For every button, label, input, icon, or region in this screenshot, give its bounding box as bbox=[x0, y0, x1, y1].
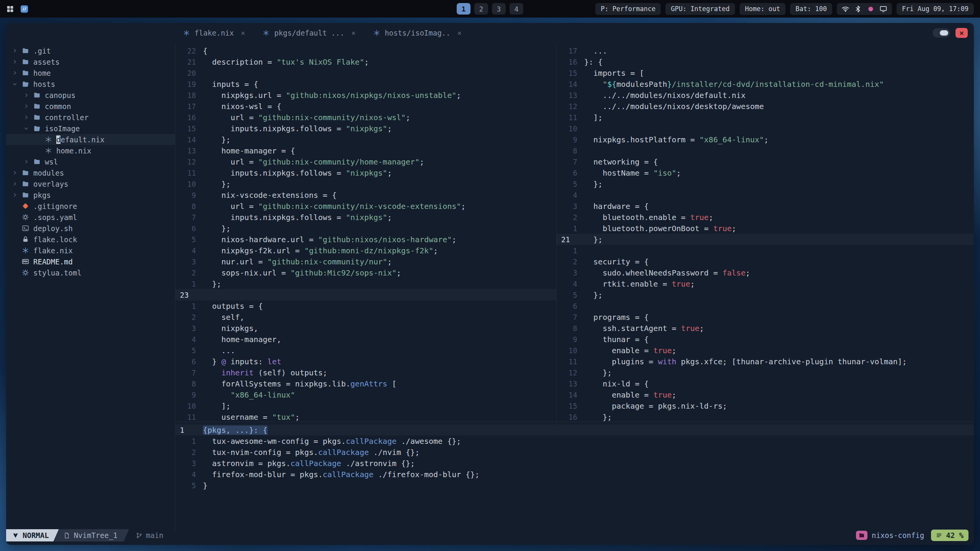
chevron-right-icon[interactable] bbox=[21, 112, 31, 123]
code-line[interactable]: 14 "${modulesPath}/installer/cd-dvd/inst… bbox=[557, 78, 974, 90]
code-line[interactable]: 15 imports = [ bbox=[557, 67, 974, 78]
code-line[interactable]: 13 ../../modules/nixos/default.nix bbox=[557, 90, 974, 101]
code-line[interactable]: 16 url = "github:nix-community/nixos-wsl… bbox=[175, 112, 557, 123]
code-line[interactable]: 7 networking = { bbox=[557, 156, 974, 167]
code-line[interactable]: 8 forAllSystems = nixpkgs.lib.genAttrs [ bbox=[175, 378, 557, 389]
chevron-right-icon[interactable] bbox=[9, 190, 20, 201]
code-line[interactable]: 1 bbox=[557, 245, 974, 256]
code-line[interactable]: 1 outputs = { bbox=[175, 300, 557, 311]
code-line[interactable]: 7 programs = { bbox=[557, 311, 974, 323]
code-line[interactable]: 9 thunar = { bbox=[557, 334, 974, 345]
tree-item-isoimage[interactable]: isoImage bbox=[6, 123, 175, 134]
workspace-button-1[interactable]: 1 bbox=[457, 3, 470, 15]
tree-item-git[interactable]: .git bbox=[6, 45, 175, 56]
code-line[interactable]: 10 }; bbox=[175, 178, 557, 189]
code-line[interactable]: 11 inputs.nixpkgs.follows = "nixpkgs"; bbox=[175, 167, 557, 178]
code-line[interactable]: 8 url = "github:nix-community/nix-vscode… bbox=[175, 201, 557, 212]
code-line[interactable]: 21 }; bbox=[557, 234, 974, 245]
code-line[interactable]: 4 firefox-mod-blur = pkgs.callPackage ./… bbox=[175, 469, 974, 480]
code-line[interactable]: 2 sops-nix.url = "github:Mic92/sops-nix"… bbox=[175, 267, 557, 278]
tab-flake-nix[interactable]: flake.nix× bbox=[183, 29, 245, 37]
code-line[interactable]: 5 nixos-hardware.url = "github:nixos/nix… bbox=[175, 234, 557, 245]
code-line[interactable]: 3 nur.url = "github:nix-community/nur"; bbox=[175, 256, 557, 267]
tree-item-assets[interactable]: assets bbox=[6, 56, 175, 67]
code-line[interactable]: 10 ]; bbox=[175, 400, 557, 411]
chevron-right-icon[interactable] bbox=[9, 168, 20, 178]
code-line[interactable]: 14 enable = true; bbox=[557, 389, 974, 400]
code-line[interactable]: 1 bluetooth.powerOnBoot = true; bbox=[557, 223, 974, 234]
chevron-down-icon[interactable] bbox=[9, 79, 20, 90]
code-line[interactable]: 9 nix-vscode-extensions = { bbox=[175, 189, 557, 201]
code-line[interactable]: 17 nixos-wsl = { bbox=[175, 101, 557, 112]
code-line[interactable]: 8 ssh.startAgent = true; bbox=[557, 323, 974, 334]
window-close-button[interactable]: × bbox=[956, 28, 968, 38]
tab-close-button[interactable]: × bbox=[351, 29, 355, 37]
tree-item-home[interactable]: home bbox=[6, 67, 175, 78]
app-grid-icon[interactable] bbox=[6, 5, 14, 13]
tree-item-default-nix[interactable]: default.nix bbox=[6, 134, 175, 145]
code-line[interactable]: 5} bbox=[175, 480, 974, 491]
code-line[interactable]: 11 username = "tux"; bbox=[175, 411, 557, 422]
chevron-down-icon[interactable] bbox=[21, 123, 31, 134]
tab-pkgs-default[interactable]: pkgs/default ...× bbox=[263, 29, 355, 37]
editor-pane-flake-nix[interactable]: 22{21 description = "tux's NixOS Flake";… bbox=[175, 43, 557, 424]
code-line[interactable]: 3 nixpkgs, bbox=[175, 323, 557, 334]
code-line[interactable]: 10 enable = true; bbox=[557, 345, 974, 356]
code-line[interactable]: 1 }; bbox=[175, 278, 557, 289]
code-line[interactable]: 7 inherit (self) outputs; bbox=[175, 367, 557, 378]
tree-item-gitignore[interactable]: .gitignore bbox=[6, 201, 175, 212]
code-line[interactable]: 11 ]; bbox=[557, 112, 974, 123]
chevron-right-icon[interactable] bbox=[21, 156, 31, 167]
code-line[interactable]: 14 }; bbox=[175, 134, 557, 145]
code-line[interactable]: 17 ... bbox=[557, 45, 974, 56]
tree-item-overlays[interactable]: overlays bbox=[6, 178, 175, 189]
code-line[interactable]: 12 ../../modules/nixos/desktop/awesome bbox=[557, 101, 974, 112]
chevron-right-icon[interactable] bbox=[21, 90, 31, 101]
code-line[interactable]: 13 nix-ld = { bbox=[557, 378, 974, 389]
code-line[interactable]: 4 bbox=[557, 189, 974, 201]
tree-item-common[interactable]: common bbox=[6, 101, 175, 112]
code-line[interactable]: 16 }; bbox=[557, 411, 974, 422]
code-line[interactable]: 2 security = { bbox=[557, 256, 974, 267]
tree-item-flake-nix[interactable]: flake.nix bbox=[6, 245, 175, 256]
code-line[interactable]: 10 bbox=[557, 123, 974, 134]
code-line[interactable]: 2 bluetooth.enable = true; bbox=[557, 212, 974, 223]
chevron-right-icon[interactable] bbox=[9, 46, 20, 56]
code-line[interactable]: 22{ bbox=[175, 45, 557, 56]
code-line[interactable]: 6 } @ inputs: let bbox=[175, 356, 557, 367]
code-line[interactable]: 3 hardware = { bbox=[557, 201, 974, 212]
window-pin-toggle[interactable] bbox=[933, 28, 950, 37]
code-line[interactable]: 6 }; bbox=[175, 223, 557, 234]
workspace-button-4[interactable]: 4 bbox=[510, 3, 523, 15]
tree-item-deploy-sh[interactable]: deploy.sh bbox=[6, 223, 175, 234]
tree-item-home-nix[interactable]: home.nix bbox=[6, 145, 175, 156]
code-line[interactable]: 5 ... bbox=[175, 345, 557, 356]
code-line[interactable]: 19 inputs = { bbox=[175, 78, 557, 90]
code-line[interactable]: 1 tux-awesome-wm-config = pkgs.callPacka… bbox=[175, 435, 974, 447]
code-line[interactable]: 5 }; bbox=[557, 289, 974, 300]
chevron-right-icon[interactable] bbox=[21, 101, 31, 112]
tree-item-canopus[interactable]: canopus bbox=[6, 90, 175, 101]
code-line[interactable]: 21 description = "tux's NixOS Flake"; bbox=[175, 56, 557, 67]
editor-pane-hosts-iso-default-nix[interactable]: 17 ...16}: {15 imports = [14 "${modulesP… bbox=[556, 43, 974, 424]
editor-pane-pkgs-default-nix[interactable]: 1{pkgs, ...}: {1 tux-awesome-wm-config =… bbox=[175, 422, 974, 532]
code-line[interactable]: 7 inputs.nixpkgs.follows = "nixpkgs"; bbox=[175, 212, 557, 223]
workspace-button-3[interactable]: 3 bbox=[492, 3, 506, 15]
tree-item-sops-yaml[interactable]: .sops.yaml bbox=[6, 212, 175, 223]
code-line[interactable]: 2 self, bbox=[175, 311, 557, 323]
chevron-right-icon[interactable] bbox=[9, 179, 20, 189]
code-line[interactable]: 4 home-manager, bbox=[175, 334, 557, 345]
code-line[interactable]: 9 "x86_64-linux" bbox=[175, 389, 557, 400]
code-line[interactable]: 18 nixpkgs.url = "github:nixos/nixpkgs/n… bbox=[175, 90, 557, 101]
code-line[interactable]: 8 bbox=[557, 145, 974, 156]
code-line[interactable]: 6 hostName = "iso"; bbox=[557, 167, 974, 178]
code-line[interactable]: 5 }; bbox=[557, 178, 974, 189]
code-line[interactable]: 15 package = pkgs.nix-ld-rs; bbox=[557, 400, 974, 411]
chevron-right-icon[interactable] bbox=[9, 57, 20, 67]
code-line[interactable]: 23 bbox=[175, 289, 557, 300]
nix-logo-icon[interactable] bbox=[20, 5, 28, 13]
code-line[interactable]: 9 nixpkgs.hostPlatform = "x86_64-linux"; bbox=[557, 134, 974, 145]
code-line[interactable]: 4 rtkit.enable = true; bbox=[557, 278, 974, 289]
tree-item-flake-lock[interactable]: flake.lock bbox=[6, 234, 175, 245]
tree-item-controller[interactable]: controller bbox=[6, 112, 175, 123]
